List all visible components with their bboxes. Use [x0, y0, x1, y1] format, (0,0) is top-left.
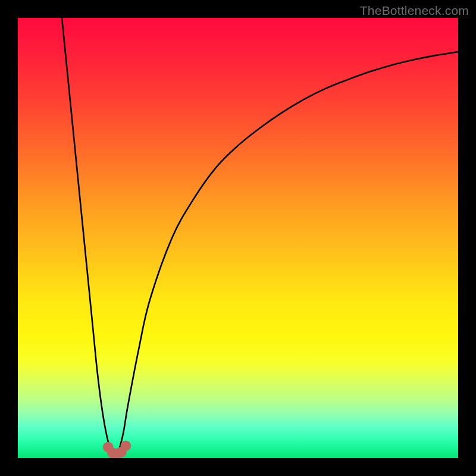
curve-left-branch — [62, 18, 115, 458]
curve-bottom-markers — [103, 440, 131, 458]
watermark-text: TheBottleneck.com — [360, 4, 469, 18]
bottleneck-curve — [18, 18, 458, 458]
chart-frame — [18, 18, 458, 458]
curve-marker — [120, 440, 131, 451]
curve-right-branch — [115, 52, 458, 458]
